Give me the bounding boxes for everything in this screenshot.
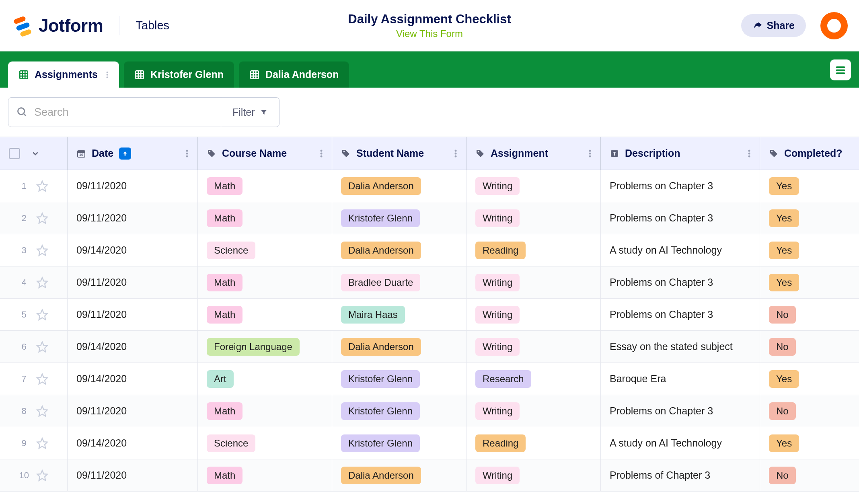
menu-button[interactable]: [830, 59, 851, 80]
cell-date[interactable]: 09/11/2020: [68, 266, 198, 298]
cell-date[interactable]: 09/14/2020: [68, 363, 198, 395]
cell-student[interactable]: Dalia Anderson: [332, 170, 466, 202]
select-dropdown[interactable]: [28, 146, 43, 161]
cell-description[interactable]: A study on AI Technology: [601, 427, 760, 459]
search-input[interactable]: [34, 106, 213, 119]
cell-date[interactable]: 09/14/2020: [68, 234, 198, 266]
cell-assignment[interactable]: Writing: [466, 395, 601, 427]
cell-description[interactable]: Problems on Chapter 3: [601, 266, 760, 298]
cell-date[interactable]: 09/14/2020: [68, 331, 198, 363]
cell-date[interactable]: 09/11/2020: [68, 170, 198, 202]
star-icon[interactable]: [36, 373, 48, 385]
cell-assignment[interactable]: Writing: [466, 331, 601, 363]
star-icon[interactable]: [36, 405, 48, 417]
column-menu[interactable]: [185, 149, 189, 158]
tab-assignments[interactable]: Assignments: [8, 61, 119, 88]
cell-completed[interactable]: Yes: [760, 202, 859, 234]
cell-course[interactable]: Math: [198, 202, 332, 234]
cell-student[interactable]: Maira Haas: [332, 299, 466, 330]
cell-completed[interactable]: Yes: [760, 363, 859, 395]
column-course[interactable]: Course Name: [198, 137, 332, 170]
sort-indicator[interactable]: [119, 148, 131, 160]
cell-student[interactable]: Dalia Anderson: [332, 459, 466, 491]
table-row[interactable]: 109/11/2020MathDalia AndersonWritingProb…: [0, 170, 859, 202]
table-row[interactable]: 509/11/2020MathMaira HaasWritingProblems…: [0, 299, 859, 331]
star-icon[interactable]: [36, 341, 48, 353]
cell-description[interactable]: A study on AI Technology: [601, 234, 760, 266]
column-assignment[interactable]: Assignment: [466, 137, 601, 170]
share-button[interactable]: Share: [741, 14, 806, 37]
cell-assignment[interactable]: Reading: [466, 427, 601, 459]
cell-description[interactable]: Problems on Chapter 3: [601, 395, 760, 427]
table-row[interactable]: 709/14/2020ArtKristofer GlennResearchBar…: [0, 363, 859, 395]
cell-date[interactable]: 09/14/2020: [68, 427, 198, 459]
cell-description[interactable]: Problems on Chapter 3: [601, 299, 760, 330]
cell-date[interactable]: 09/11/2020: [68, 395, 198, 427]
logo[interactable]: Jotform: [11, 14, 103, 37]
cell-course[interactable]: Math: [198, 459, 332, 491]
cell-course[interactable]: Math: [198, 299, 332, 330]
cell-completed[interactable]: No: [760, 459, 859, 491]
cell-date[interactable]: 09/11/2020: [68, 459, 198, 491]
column-menu[interactable]: [588, 149, 592, 158]
table-row[interactable]: 909/14/2020ScienceKristofer GlennReading…: [0, 427, 859, 459]
cell-course[interactable]: Foreign Language: [198, 331, 332, 363]
cell-assignment[interactable]: Reading: [466, 234, 601, 266]
column-menu[interactable]: [454, 149, 457, 158]
cell-student[interactable]: Dalia Anderson: [332, 331, 466, 363]
cell-course[interactable]: Math: [198, 395, 332, 427]
column-menu[interactable]: [320, 149, 323, 158]
star-icon[interactable]: [36, 469, 48, 481]
cell-completed[interactable]: No: [760, 331, 859, 363]
cell-student[interactable]: Bradlee Duarte: [332, 266, 466, 298]
table-row[interactable]: 809/11/2020MathKristofer GlennWritingPro…: [0, 395, 859, 427]
cell-description[interactable]: Essay on the stated subject: [601, 331, 760, 363]
cell-assignment[interactable]: Writing: [466, 266, 601, 298]
cell-assignment[interactable]: Writing: [466, 170, 601, 202]
view-form-link[interactable]: View This Form: [348, 28, 511, 39]
star-icon[interactable]: [36, 309, 48, 321]
cell-assignment[interactable]: Writing: [466, 202, 601, 234]
table-row[interactable]: 209/11/2020MathKristofer GlennWritingPro…: [0, 202, 859, 234]
cell-description[interactable]: Problems on Chapter 3: [601, 170, 760, 202]
cell-student[interactable]: Kristofer Glenn: [332, 395, 466, 427]
cell-student[interactable]: Dalia Anderson: [332, 234, 466, 266]
tab-kristofer-glenn[interactable]: Kristofer Glenn: [124, 61, 234, 88]
column-completed[interactable]: Completed?: [760, 137, 859, 170]
column-date[interactable]: 10 Date: [68, 137, 198, 170]
star-icon[interactable]: [36, 437, 48, 449]
cell-completed[interactable]: No: [760, 299, 859, 330]
table-row[interactable]: 1009/11/2020MathDalia AndersonWritingPro…: [0, 459, 859, 492]
star-icon[interactable]: [36, 277, 48, 289]
cell-description[interactable]: Baroque Era: [601, 363, 760, 395]
column-student[interactable]: Student Name: [332, 137, 466, 170]
star-icon[interactable]: [36, 180, 48, 192]
cell-completed[interactable]: Yes: [760, 266, 859, 298]
table-row[interactable]: 309/14/2020ScienceDalia AndersonReadingA…: [0, 234, 859, 266]
table-row[interactable]: 609/14/2020Foreign LanguageDalia Anderso…: [0, 331, 859, 363]
column-menu[interactable]: [748, 149, 751, 158]
cell-date[interactable]: 09/11/2020: [68, 299, 198, 330]
filter-button[interactable]: Filter: [221, 97, 279, 127]
cell-completed[interactable]: Yes: [760, 427, 859, 459]
cell-description[interactable]: Problems on Chapter 3: [601, 202, 760, 234]
table-row[interactable]: 409/11/2020MathBradlee DuarteWritingProb…: [0, 266, 859, 299]
cell-description[interactable]: Problems of Chapter 3: [601, 459, 760, 491]
column-description[interactable]: T Description: [601, 137, 760, 170]
cell-course[interactable]: Science: [198, 234, 332, 266]
avatar[interactable]: [820, 12, 848, 39]
select-all-checkbox[interactable]: [9, 148, 20, 159]
tab-dalia-anderson[interactable]: Dalia Anderson: [239, 61, 349, 88]
cell-assignment[interactable]: Writing: [466, 459, 601, 491]
tab-menu[interactable]: [106, 70, 109, 79]
cell-course[interactable]: Art: [198, 363, 332, 395]
cell-course[interactable]: Science: [198, 427, 332, 459]
cell-course[interactable]: Math: [198, 266, 332, 298]
section-label[interactable]: Tables: [136, 19, 169, 32]
cell-completed[interactable]: Yes: [760, 234, 859, 266]
search-box[interactable]: [8, 97, 221, 127]
cell-course[interactable]: Math: [198, 170, 332, 202]
cell-student[interactable]: Kristofer Glenn: [332, 363, 466, 395]
star-icon[interactable]: [36, 244, 48, 256]
star-icon[interactable]: [36, 212, 48, 224]
